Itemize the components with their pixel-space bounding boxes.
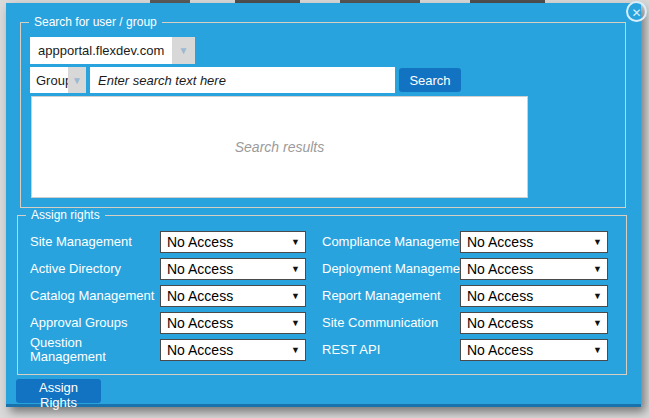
dropdown-caret-icon: ▼: [291, 318, 300, 328]
catalog-management-select[interactable]: No Access ▼: [160, 285, 306, 307]
select-value: No Access: [467, 288, 589, 304]
search-input[interactable]: [90, 67, 395, 93]
rights-row: REST API No Access ▼: [322, 339, 608, 361]
search-type-dropdown-value: Group: [30, 67, 68, 93]
select-value: No Access: [467, 315, 589, 331]
rights-label-deployment-management: Deployment Management: [322, 262, 460, 276]
close-icon: ✕: [631, 6, 641, 20]
rights-row: Compliance Management No Access ▼: [322, 231, 608, 253]
search-results-panel[interactable]: Search results: [31, 96, 528, 198]
dropdown-caret-icon: ▼: [593, 291, 602, 301]
search-results-placeholder: Search results: [235, 139, 324, 155]
select-value: No Access: [467, 234, 589, 250]
rights-row: Site Management No Access ▼: [30, 231, 306, 253]
report-management-select[interactable]: No Access ▼: [460, 285, 608, 307]
dropdown-caret-icon: ▼: [593, 345, 602, 355]
rights-label-site-communication: Site Communication: [322, 316, 460, 330]
select-value: No Access: [167, 234, 287, 250]
search-type-dropdown[interactable]: Group ▼: [30, 67, 86, 93]
chevron-down-icon[interactable]: ▼: [68, 67, 86, 93]
domain-dropdown-value: appportal.flexdev.com: [30, 37, 172, 64]
active-directory-select[interactable]: No Access ▼: [160, 258, 306, 280]
domain-dropdown[interactable]: appportal.flexdev.com ▼: [30, 37, 195, 64]
rights-label-rest-api: REST API: [322, 343, 460, 357]
compliance-management-select[interactable]: No Access ▼: [460, 231, 608, 253]
select-value: No Access: [167, 288, 287, 304]
rest-api-select[interactable]: No Access ▼: [460, 339, 608, 361]
rights-row: Active Directory No Access ▼: [30, 258, 306, 280]
dropdown-caret-icon: ▼: [291, 237, 300, 247]
rights-label-site-management: Site Management: [30, 235, 160, 249]
rights-label-compliance-management: Compliance Management: [322, 235, 460, 249]
rights-label-active-directory: Active Directory: [30, 262, 160, 276]
assign-rights-button[interactable]: Assign Rights: [16, 379, 101, 403]
select-value: No Access: [167, 315, 287, 331]
approval-groups-select[interactable]: No Access ▼: [160, 312, 306, 334]
rights-label-catalog-management: Catalog Management: [30, 289, 160, 303]
question-management-select[interactable]: No Access ▼: [160, 339, 306, 361]
dropdown-caret-icon: ▼: [291, 264, 300, 274]
dropdown-caret-icon: ▼: [593, 264, 602, 274]
rights-label-question-management: Question Management: [30, 336, 122, 364]
search-button[interactable]: Search: [399, 68, 461, 92]
rights-label-approval-groups: Approval Groups: [30, 316, 160, 330]
dropdown-caret-icon: ▼: [593, 318, 602, 328]
dropdown-caret-icon: ▼: [593, 237, 602, 247]
site-communication-select[interactable]: No Access ▼: [460, 312, 608, 334]
close-button[interactable]: ✕: [626, 1, 647, 22]
dropdown-caret-icon: ▼: [291, 345, 300, 355]
assign-rights-dialog: ✕ Search for user / group appportal.flex…: [6, 3, 641, 407]
rights-row: Site Communication No Access ▼: [322, 312, 608, 334]
rights-row: Deployment Management No Access ▼: [322, 258, 608, 280]
site-management-select[interactable]: No Access ▼: [160, 231, 306, 253]
deployment-management-select[interactable]: No Access ▼: [460, 258, 608, 280]
select-value: No Access: [467, 342, 589, 358]
dropdown-caret-icon: ▼: [291, 291, 300, 301]
chevron-down-icon[interactable]: ▼: [172, 37, 195, 64]
rights-row: Question Management No Access ▼: [30, 339, 306, 361]
search-group-title: Search for user / group: [29, 15, 162, 30]
rights-row: Report Management No Access ▼: [322, 285, 608, 307]
rights-row: Approval Groups No Access ▼: [30, 312, 306, 334]
select-value: No Access: [167, 261, 287, 277]
rights-row: Catalog Management No Access ▼: [30, 285, 306, 307]
select-value: No Access: [467, 261, 589, 277]
rights-group-title: Assign rights: [26, 208, 105, 223]
select-value: No Access: [167, 342, 287, 358]
rights-label-report-management: Report Management: [322, 289, 460, 303]
